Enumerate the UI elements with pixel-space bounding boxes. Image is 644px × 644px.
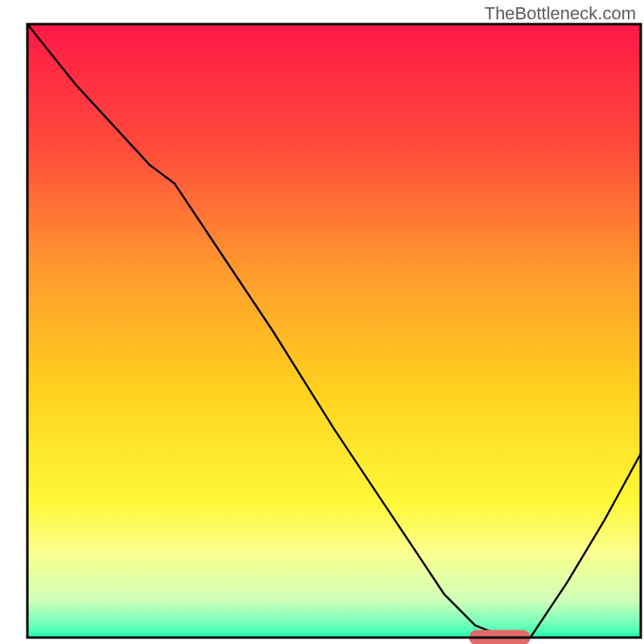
plot-background [27, 24, 641, 638]
chart-container: TheBottleneck.com [0, 0, 644, 644]
bottleneck-chart [0, 0, 644, 644]
